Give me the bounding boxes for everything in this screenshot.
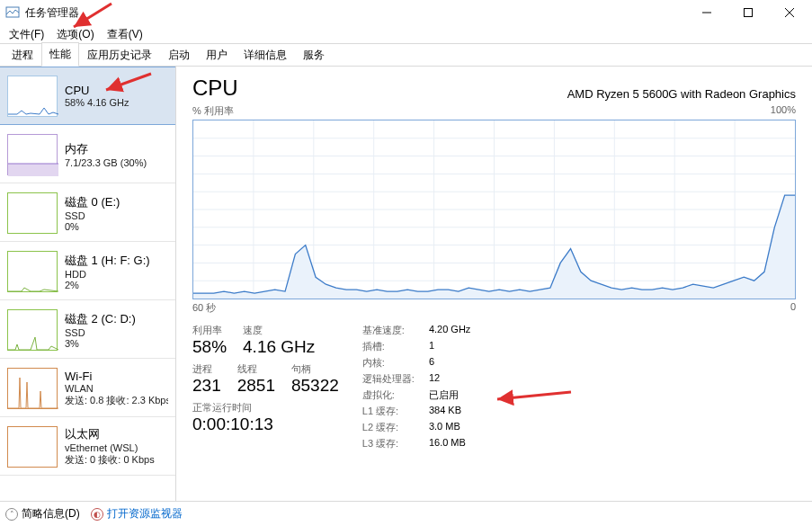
svg-rect-2 — [745, 9, 753, 17]
maximize-button[interactable] — [727, 0, 769, 25]
sidebar-item-memory[interactable]: 内存7.1/23.3 GB (30%) — [0, 125, 175, 183]
chart-ymax: 100% — [771, 104, 796, 118]
eth-sub: vEthernet (WSL) — [65, 442, 155, 453]
app-icon — [5, 5, 20, 20]
disk2-title: 磁盘 2 (C: D:) — [65, 311, 136, 327]
cpu-sub: 58% 4.16 GHz — [65, 97, 129, 108]
title-bar: 任务管理器 — [0, 0, 812, 25]
menu-options[interactable]: 选项(O) — [51, 25, 99, 44]
chevron-up-icon: ˄ — [5, 508, 18, 521]
lp-label: 逻辑处理器: — [362, 372, 415, 386]
eth-title: 以太网 — [65, 426, 155, 442]
tab-details[interactable]: 详细信息 — [236, 43, 295, 67]
menu-bar: 文件(F) 选项(O) 查看(V) — [0, 25, 812, 43]
speed-value: 4.16 GHz — [243, 337, 315, 357]
brief-label: 简略信息(D) — [22, 506, 80, 522]
thread-label: 线程 — [237, 362, 275, 376]
uptime-label: 正常运行时间 — [192, 401, 339, 415]
window-title: 任务管理器 — [25, 5, 686, 21]
chart-xright: 0 — [790, 301, 796, 315]
svg-rect-5 — [8, 164, 58, 176]
cpu-model: AMD Ryzen 5 5600G with Radeon Graphics — [567, 87, 796, 101]
l2-label: L2 缓存: — [362, 421, 415, 434]
disk0-sub: SSD — [65, 210, 120, 221]
uptime-value: 0:00:10:13 — [192, 415, 339, 434]
socket-value: 1 — [429, 340, 470, 353]
cpu-title: CPU — [65, 84, 129, 97]
main-panel: CPU AMD Ryzen 5 5600G with Radeon Graphi… — [176, 67, 812, 501]
l1-value: 384 KB — [429, 405, 470, 418]
footer: ˄ 简略信息(D) ◐ 打开资源监视器 — [0, 501, 812, 526]
handle-label: 句柄 — [291, 362, 339, 376]
main-title: CPU — [192, 76, 238, 101]
disk1-pct: 2% — [65, 280, 150, 290]
thread-value: 2851 — [237, 376, 275, 396]
disk2-sub: SSD — [65, 327, 136, 338]
tab-users[interactable]: 用户 — [198, 43, 236, 67]
tab-startup[interactable]: 启动 — [160, 43, 198, 67]
menu-view[interactable]: 查看(V) — [102, 25, 148, 44]
l1-label: L1 缓存: — [362, 405, 415, 418]
disk1-title: 磁盘 1 (H: F: G:) — [65, 253, 150, 269]
handle-value: 85322 — [291, 376, 339, 396]
disk2-thumbnail — [7, 309, 58, 351]
l3-label: L3 缓存: — [362, 437, 415, 450]
eth-thumbnail — [7, 426, 58, 468]
disk0-thumbnail — [7, 192, 58, 234]
disk0-title: 磁盘 0 (E:) — [65, 194, 120, 210]
memory-sub: 7.1/23.3 GB (30%) — [65, 157, 147, 168]
tab-app-history[interactable]: 应用历史记录 — [79, 43, 160, 67]
base-speed-value: 4.20 GHz — [429, 324, 470, 337]
socket-label: 插槽: — [362, 340, 415, 353]
sidebar: CPU58% 4.16 GHz 内存7.1/23.3 GB (30%) 磁盘 0… — [0, 67, 176, 501]
menu-file[interactable]: 文件(F) — [4, 25, 49, 44]
disk0-pct: 0% — [65, 221, 120, 232]
resource-monitor-link[interactable]: ◐ 打开资源监视器 — [91, 506, 183, 522]
cpu-chart[interactable] — [192, 120, 796, 299]
wifi-title: Wi-Fi — [65, 370, 168, 383]
base-speed-label: 基准速度: — [362, 324, 415, 337]
brief-toggle[interactable]: ˄ 简略信息(D) — [5, 506, 80, 522]
chart-ylabel: % 利用率 — [192, 104, 234, 118]
lp-value: 12 — [429, 372, 470, 386]
eth-rates: 发送: 0 接收: 0 Kbps — [65, 453, 155, 467]
disk2-pct: 3% — [65, 338, 136, 349]
l2-value: 3.0 MB — [429, 421, 470, 434]
tab-bar: 进程 性能 应用历史记录 启动 用户 详细信息 服务 — [0, 43, 812, 67]
sidebar-item-ethernet[interactable]: 以太网vEthernet (WSL)发送: 0 接收: 0 Kbps — [0, 417, 175, 476]
disk1-sub: HDD — [65, 269, 150, 280]
sidebar-item-disk1[interactable]: 磁盘 1 (H: F: G:)HDD2% — [0, 242, 175, 300]
memory-thumbnail — [7, 134, 58, 175]
util-label: 利用率 — [192, 324, 227, 337]
speed-label: 速度 — [243, 324, 315, 337]
util-value: 58% — [192, 337, 227, 357]
virt-label: 虚拟化: — [362, 388, 415, 402]
chart-xleft: 60 秒 — [192, 301, 216, 315]
core-value: 6 — [429, 356, 470, 370]
wifi-sub: WLAN — [65, 383, 168, 394]
proc-value: 231 — [192, 376, 221, 396]
tab-processes[interactable]: 进程 — [4, 43, 41, 67]
sidebar-item-wifi[interactable]: Wi-FiWLAN发送: 0.8 接收: 2.3 Kbps — [0, 359, 175, 417]
resource-monitor-icon: ◐ — [91, 508, 103, 521]
sidebar-item-cpu[interactable]: CPU58% 4.16 GHz — [0, 67, 175, 125]
sidebar-item-disk0[interactable]: 磁盘 0 (E:)SSD0% — [0, 183, 175, 242]
wifi-thumbnail — [7, 368, 58, 409]
close-button[interactable] — [769, 0, 810, 25]
core-label: 内核: — [362, 356, 415, 370]
memory-title: 内存 — [65, 141, 147, 157]
minimize-button[interactable] — [686, 0, 727, 25]
wifi-rates: 发送: 0.8 接收: 2.3 Kbps — [65, 394, 168, 407]
proc-label: 进程 — [192, 362, 221, 376]
virt-value: 已启用 — [429, 388, 470, 402]
sidebar-item-disk2[interactable]: 磁盘 2 (C: D:)SSD3% — [0, 300, 175, 359]
tab-services[interactable]: 服务 — [295, 43, 333, 67]
resmon-label: 打开资源监视器 — [107, 506, 183, 522]
tab-performance[interactable]: 性能 — [41, 42, 79, 67]
l3-value: 16.0 MB — [429, 437, 470, 450]
cpu-thumbnail — [7, 76, 58, 117]
disk1-thumbnail — [7, 251, 58, 292]
